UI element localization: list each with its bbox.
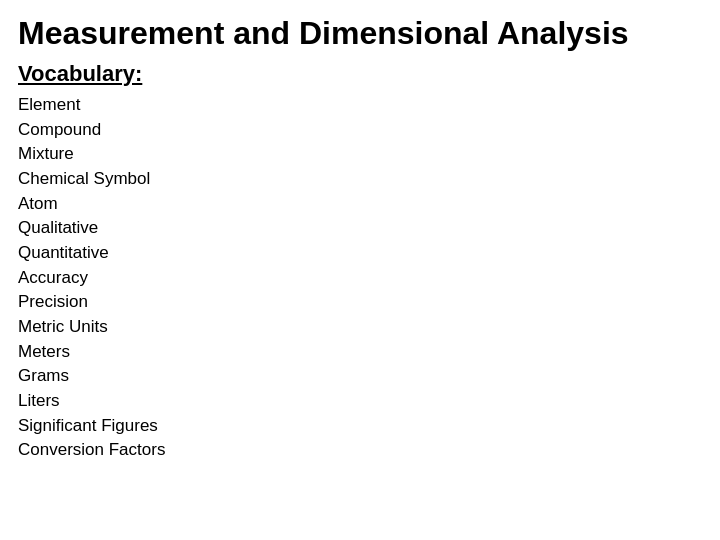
main-title: Measurement and Dimensional Analysis bbox=[18, 16, 702, 51]
page-container: Measurement and Dimensional Analysis Voc… bbox=[0, 0, 720, 540]
vocab-item: Quantitative bbox=[18, 241, 702, 266]
vocab-item: Qualitative bbox=[18, 216, 702, 241]
vocab-item: Compound bbox=[18, 118, 702, 143]
vocabulary-list: ElementCompoundMixtureChemical SymbolAto… bbox=[18, 93, 702, 463]
vocab-item: Metric Units bbox=[18, 315, 702, 340]
vocab-item: Mixture bbox=[18, 142, 702, 167]
vocab-item: Precision bbox=[18, 290, 702, 315]
vocabulary-heading: Vocabulary: bbox=[18, 61, 702, 87]
vocab-item: Chemical Symbol bbox=[18, 167, 702, 192]
vocab-item: Liters bbox=[18, 389, 702, 414]
vocab-item: Meters bbox=[18, 340, 702, 365]
vocab-item: Grams bbox=[18, 364, 702, 389]
vocab-item: Atom bbox=[18, 192, 702, 217]
vocab-item: Element bbox=[18, 93, 702, 118]
vocab-item: Significant Figures bbox=[18, 414, 702, 439]
vocab-item: Conversion Factors bbox=[18, 438, 702, 463]
vocab-item: Accuracy bbox=[18, 266, 702, 291]
